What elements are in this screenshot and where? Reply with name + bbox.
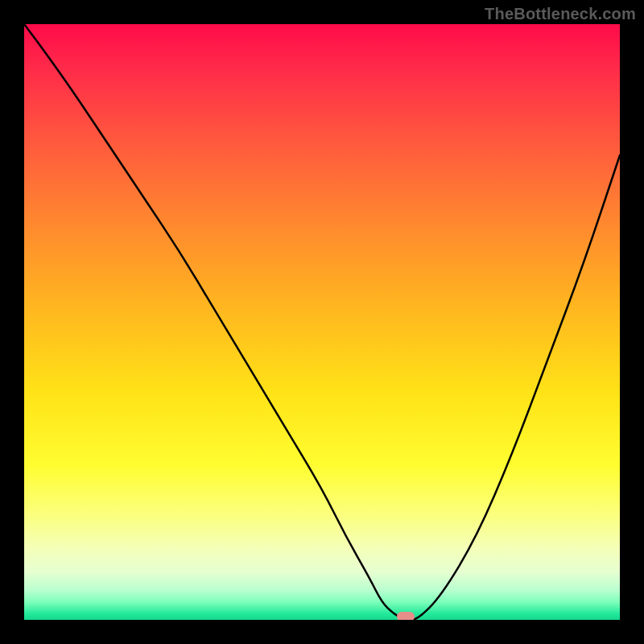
bottleneck-curve [24, 24, 620, 620]
plot-area [24, 24, 620, 620]
watermark-text: TheBottleneck.com [485, 5, 636, 23]
chart-frame: TheBottleneck.com [0, 0, 644, 644]
optimal-point-marker [397, 612, 415, 620]
